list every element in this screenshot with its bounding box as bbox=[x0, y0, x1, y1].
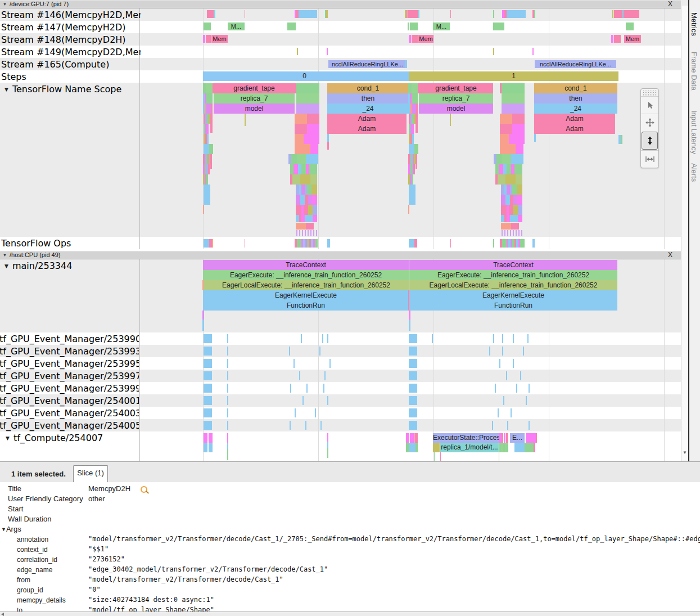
trace-event[interactable] bbox=[214, 10, 215, 18]
trace-event[interactable] bbox=[299, 10, 317, 18]
timing-tool-button[interactable] bbox=[641, 150, 658, 168]
trace-event[interactable] bbox=[327, 433, 328, 442]
trace-event[interactable] bbox=[412, 134, 414, 144]
trace-event[interactable] bbox=[499, 359, 500, 368]
trace-event[interactable] bbox=[305, 230, 306, 236]
trace-event[interactable] bbox=[296, 230, 297, 236]
zoom-tool-button[interactable] bbox=[642, 132, 658, 150]
gpu-section-close-button[interactable]: X bbox=[665, 1, 676, 8]
trace-event[interactable]: _24 bbox=[534, 104, 617, 114]
trace-event[interactable] bbox=[324, 371, 326, 380]
trace-event[interactable] bbox=[493, 239, 494, 248]
trace-event[interactable] bbox=[305, 421, 306, 430]
trace-event[interactable] bbox=[310, 230, 311, 236]
trace-event[interactable] bbox=[211, 104, 213, 114]
trace-event[interactable] bbox=[512, 185, 517, 195]
cpu-section-close-button[interactable]: X bbox=[665, 251, 676, 259]
trace-event[interactable] bbox=[513, 205, 518, 215]
trace-event[interactable] bbox=[507, 230, 508, 236]
track-label[interactable]: Stream #147(MemcpyH2D) bbox=[0, 21, 141, 33]
trace-event[interactable] bbox=[409, 347, 417, 356]
trace-event[interactable] bbox=[409, 144, 414, 154]
trace-event[interactable]: then bbox=[327, 93, 409, 104]
trace-event[interactable] bbox=[409, 371, 417, 380]
trace-event[interactable] bbox=[315, 239, 318, 248]
trace-event[interactable] bbox=[287, 23, 296, 30]
trace-event[interactable] bbox=[212, 239, 213, 248]
collapse-arrow-icon[interactable]: ▼ bbox=[3, 253, 7, 257]
trace-event[interactable] bbox=[204, 359, 212, 368]
trace-event[interactable] bbox=[505, 174, 516, 185]
trace-event[interactable]: replica_7 bbox=[214, 93, 295, 104]
trace-event[interactable] bbox=[526, 433, 536, 443]
trace-event[interactable] bbox=[301, 334, 302, 343]
trace-event[interactable] bbox=[206, 93, 213, 104]
trace-event[interactable] bbox=[520, 371, 521, 380]
track-label[interactable]: Stream #165(Compute) bbox=[0, 59, 141, 70]
trace-event[interactable] bbox=[295, 114, 307, 124]
trace-event[interactable] bbox=[513, 334, 514, 343]
trace-event[interactable] bbox=[302, 396, 304, 405]
trace-event[interactable] bbox=[506, 371, 507, 380]
trace-event[interactable] bbox=[502, 230, 503, 236]
trace-event[interactable] bbox=[513, 215, 518, 222]
scroll-down-icon[interactable]: ▼ bbox=[681, 450, 688, 455]
trace-event[interactable] bbox=[313, 215, 317, 222]
trace-event[interactable] bbox=[308, 205, 313, 215]
trace-event[interactable] bbox=[204, 144, 209, 154]
trace-event[interactable] bbox=[313, 230, 314, 236]
trace-event[interactable] bbox=[412, 35, 418, 43]
trace-event[interactable] bbox=[532, 239, 535, 248]
trace-event[interactable] bbox=[320, 421, 322, 430]
trace-event[interactable] bbox=[308, 215, 313, 222]
trace-event[interactable] bbox=[311, 185, 317, 195]
track-label[interactable]: tf_GPU_Event_Manager/253999 bbox=[0, 383, 139, 394]
trace-event[interactable] bbox=[206, 174, 208, 185]
trace-event[interactable] bbox=[210, 114, 213, 133]
trace-event[interactable] bbox=[621, 135, 622, 144]
trace-event[interactable] bbox=[406, 433, 409, 443]
trace-event[interactable] bbox=[413, 164, 415, 174]
trace-event[interactable] bbox=[295, 144, 310, 154]
trace-event[interactable] bbox=[527, 334, 529, 343]
side-tab-frame-data[interactable]: Frame Data bbox=[690, 52, 698, 91]
trace-event[interactable]: FunctionRun bbox=[203, 300, 409, 311]
track-label[interactable]: Stream #146(MemcpyH2D,MemcpyD2H) bbox=[0, 9, 141, 21]
side-tab-input-latency[interactable]: Input Latency bbox=[690, 110, 698, 154]
args-header[interactable]: ▼Args bbox=[1, 525, 21, 533]
trace-event[interactable] bbox=[409, 421, 417, 430]
trace-event[interactable]: Mem bbox=[418, 35, 433, 43]
trace-event[interactable] bbox=[500, 124, 512, 134]
trace-event[interactable] bbox=[511, 408, 512, 417]
trace-event[interactable] bbox=[517, 185, 522, 195]
trace-event[interactable] bbox=[227, 359, 228, 368]
trace-event[interactable] bbox=[309, 164, 317, 174]
trace-event[interactable]: M... bbox=[433, 23, 450, 30]
trace-event[interactable] bbox=[409, 35, 411, 43]
trace-event[interactable] bbox=[313, 205, 317, 215]
trace-event[interactable] bbox=[300, 195, 305, 205]
trace-event[interactable] bbox=[416, 443, 418, 452]
track-label[interactable]: tf_GPU_Event_Manager/253990 bbox=[0, 333, 139, 345]
trace-event[interactable] bbox=[209, 443, 213, 452]
trace-event[interactable] bbox=[327, 396, 328, 405]
trace-event[interactable] bbox=[297, 239, 301, 248]
trace-event[interactable] bbox=[502, 334, 503, 343]
trace-event[interactable] bbox=[502, 347, 503, 356]
trace-event[interactable] bbox=[502, 433, 503, 443]
trace-event[interactable]: M... bbox=[228, 23, 245, 30]
track-label[interactable]: ▼main/253344 bbox=[0, 260, 144, 272]
trace-event[interactable] bbox=[503, 396, 504, 405]
track-label[interactable]: ▼TensorFlow Name Scope bbox=[0, 83, 144, 96]
trace-event[interactable] bbox=[206, 83, 213, 93]
trace-event[interactable]: ncclAllReduceRingLLKe... bbox=[535, 60, 616, 68]
trace-event[interactable] bbox=[516, 144, 523, 154]
trace-event[interactable] bbox=[306, 223, 314, 230]
trace-event[interactable] bbox=[307, 124, 319, 134]
trace-event[interactable] bbox=[495, 384, 496, 393]
trace-event[interactable] bbox=[507, 10, 526, 18]
trace-event[interactable] bbox=[409, 185, 416, 205]
trace-event[interactable] bbox=[409, 384, 417, 393]
trace-event[interactable] bbox=[500, 134, 509, 144]
trace-event[interactable] bbox=[500, 114, 512, 124]
